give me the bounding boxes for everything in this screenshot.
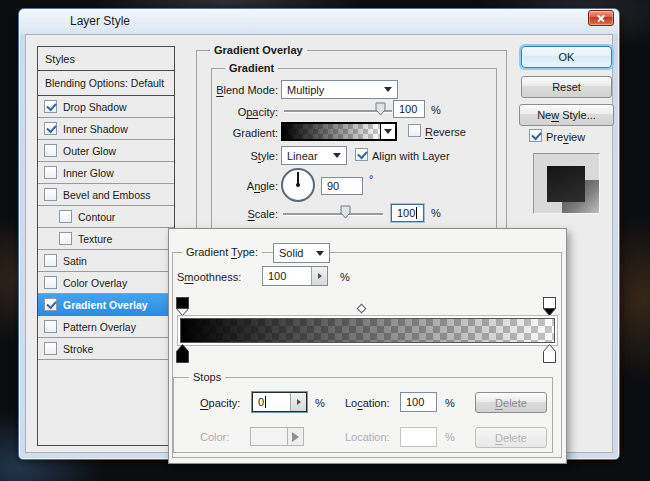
angle-label: Angle:: [186, 180, 278, 192]
inner-shadow-checkbox[interactable]: [44, 122, 57, 135]
style-select[interactable]: Linear: [281, 146, 347, 165]
desktop-background: Layer Style Styles Blending Options: Def…: [0, 0, 650, 481]
satin-checkbox[interactable]: [44, 254, 57, 267]
stop-color-location-input[interactable]: [400, 427, 437, 447]
opacity-unit: %: [431, 104, 441, 116]
opacity-stop-left[interactable]: [175, 296, 190, 317]
outer-glow-checkbox[interactable]: [44, 144, 57, 157]
smoothness-input[interactable]: 100: [262, 266, 328, 286]
scale-input[interactable]: 100: [391, 204, 424, 222]
preview-checkbox[interactable]: [529, 129, 542, 142]
color-overlay-checkbox[interactable]: [44, 276, 57, 289]
preview-label: Preview: [546, 131, 585, 143]
stop-color-swatch[interactable]: [250, 427, 304, 446]
sidebar-item-label: Drop Shadow: [63, 101, 127, 113]
ok-button[interactable]: OK: [521, 46, 612, 68]
sidebar-item-drop-shadow[interactable]: Drop Shadow: [38, 96, 174, 118]
styles-header[interactable]: Styles: [38, 47, 174, 71]
dialog-title: Layer Style: [70, 14, 130, 28]
gradient-preview[interactable]: [283, 124, 380, 139]
drop-shadow-checkbox[interactable]: [44, 100, 57, 113]
stop-opacity-input[interactable]: 0: [252, 392, 307, 412]
stop-color-label: Color:: [200, 431, 229, 443]
sidebar-item-outer-glow[interactable]: Outer Glow: [38, 140, 174, 162]
smoothness-spinner-button[interactable]: [311, 267, 327, 285]
sidebar-item-inner-glow[interactable]: Inner Glow: [38, 162, 174, 184]
scale-slider-track[interactable]: [283, 213, 383, 215]
color-swatch-box[interactable]: [250, 427, 288, 446]
gradient-group-label: Gradient: [225, 62, 278, 74]
smoothness-unit: %: [340, 271, 350, 283]
sidebar-item-texture[interactable]: Texture: [38, 228, 174, 250]
sidebar-item-label: Inner Shadow: [63, 123, 128, 135]
gradient-swatch[interactable]: [281, 122, 397, 141]
style-preview-thumbnail: [533, 153, 600, 214]
stroke-checkbox[interactable]: [44, 342, 57, 355]
delete-color-stop-button: Delete: [475, 427, 547, 448]
bevel-and-emboss-checkbox[interactable]: [44, 188, 57, 201]
chevron-right-icon: [292, 432, 299, 442]
reverse-checkbox[interactable]: [408, 124, 421, 137]
chevron-down-icon: [316, 251, 324, 256]
gradient-overlay-group-label: Gradient Overlay: [210, 44, 307, 56]
align-with-layer-checkbox[interactable]: [355, 148, 368, 161]
stop-opacity-label: Opacity:: [200, 397, 240, 409]
reset-button[interactable]: Reset: [521, 76, 612, 98]
gradient-type-select[interactable]: Solid: [273, 243, 330, 263]
sidebar-item-label: Texture: [78, 233, 112, 245]
sidebar-item-bevel-and-emboss[interactable]: Bevel and Emboss: [38, 184, 174, 206]
new-style-button[interactable]: New Style...: [519, 104, 614, 126]
sidebar-item-satin[interactable]: Satin: [38, 250, 174, 272]
sidebar-item-label: Satin: [63, 255, 87, 267]
sidebar-item-gradient-overlay[interactable]: Gradient Overlay: [38, 294, 174, 316]
chevron-down-icon: [333, 153, 341, 158]
preview-layer-square: [547, 166, 585, 202]
scale-unit: %: [431, 207, 441, 219]
contour-checkbox[interactable]: [59, 210, 72, 223]
angle-dial[interactable]: [281, 168, 315, 202]
style-label: Style:: [186, 150, 278, 162]
sidebar-item-label: Gradient Overlay: [63, 299, 148, 311]
sidebar-item-stroke[interactable]: Stroke: [38, 338, 174, 360]
sidebar-item-contour[interactable]: Contour: [38, 206, 174, 228]
stop-location-input[interactable]: 100: [400, 392, 437, 412]
text-caret: [265, 396, 266, 408]
sidebar-item-label: Inner Glow: [63, 167, 114, 179]
close-button[interactable]: [588, 10, 614, 26]
sidebar-item-label: Bevel and Emboss: [63, 189, 151, 201]
scale-slider-thumb[interactable]: [340, 205, 351, 219]
stop-opacity-spinner-button[interactable]: [290, 393, 306, 411]
chevron-right-icon: [297, 399, 301, 405]
opacity-slider-thumb[interactable]: [375, 102, 386, 116]
gradient-overlay-checkbox[interactable]: [44, 298, 57, 311]
gradient-type-label: Gradient Type:: [182, 246, 262, 258]
sidebar-item-color-overlay[interactable]: Color Overlay: [38, 272, 174, 294]
delete-opacity-stop-button[interactable]: Delete: [475, 392, 547, 413]
angle-input[interactable]: 90: [321, 177, 363, 195]
angle-unit: °: [369, 173, 373, 185]
inner-glow-checkbox[interactable]: [44, 166, 57, 179]
sidebar-item-inner-shadow[interactable]: Inner Shadow: [38, 118, 174, 140]
gradient-bar[interactable]: [180, 318, 555, 343]
stops-group-label: Stops: [189, 371, 225, 383]
blend-mode-select[interactable]: Multiply: [281, 80, 398, 99]
smoothness-label: Smoothness:: [177, 271, 241, 283]
gradient-label: Gradient:: [186, 127, 278, 139]
opacity-label: Opacity:: [186, 106, 278, 118]
stop-color-location-unit: %: [445, 431, 455, 443]
color-stop-right[interactable]: [542, 343, 557, 364]
sidebar-item-label: Contour: [78, 211, 115, 223]
color-stop-left[interactable]: [175, 343, 190, 364]
gradient-bar-frame: [177, 315, 558, 346]
opacity-input[interactable]: 100: [393, 100, 425, 118]
color-swatch-arrow-button[interactable]: [288, 427, 304, 446]
opacity-stop-right[interactable]: [542, 296, 557, 317]
stop-opacity-unit: %: [315, 397, 325, 409]
sidebar-item-pattern-overlay[interactable]: Pattern Overlay: [38, 316, 174, 338]
gradient-picker-button[interactable]: [380, 124, 395, 139]
texture-checkbox[interactable]: [59, 232, 72, 245]
reverse-label: Reverse: [425, 126, 466, 138]
sidebar-item-blending-options[interactable]: Blending Options: Default: [38, 71, 174, 96]
pattern-overlay-checkbox[interactable]: [44, 320, 57, 333]
close-icon: [597, 14, 606, 23]
